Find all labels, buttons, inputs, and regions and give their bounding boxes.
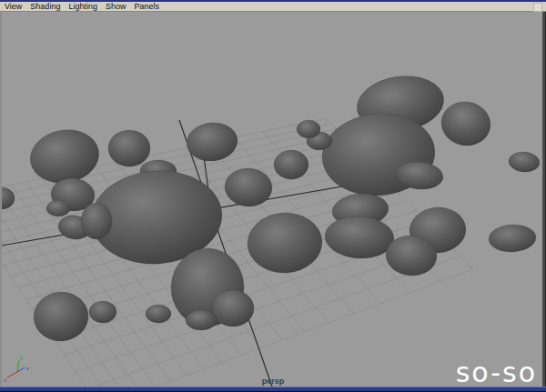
svg-text:y: y: [20, 355, 23, 360]
viewport-left-border: [0, 12, 2, 387]
window-bottom-edge: [0, 387, 546, 392]
rock-meshes: [0, 71, 541, 344]
menubar: ViewShadingLightingShowPanels: [0, 2, 546, 12]
svg-text:z: z: [26, 366, 29, 371]
menu-item-panels[interactable]: Panels: [134, 2, 159, 11]
maya-viewport-window: ViewShadingLightingShowPanels xyz persp …: [0, 0, 546, 392]
viewport-canvas[interactable]: xyz: [0, 0, 546, 392]
menu-item-view[interactable]: View: [5, 2, 22, 11]
menu-item-show[interactable]: Show: [106, 2, 126, 11]
watermark-text: so-so: [456, 357, 537, 388]
menu-item-shading[interactable]: Shading: [30, 2, 60, 11]
panel-menu-icon[interactable]: [533, 3, 542, 12]
menu-item-lighting[interactable]: Lighting: [68, 2, 97, 11]
viewport-right-border: [542, 12, 546, 387]
